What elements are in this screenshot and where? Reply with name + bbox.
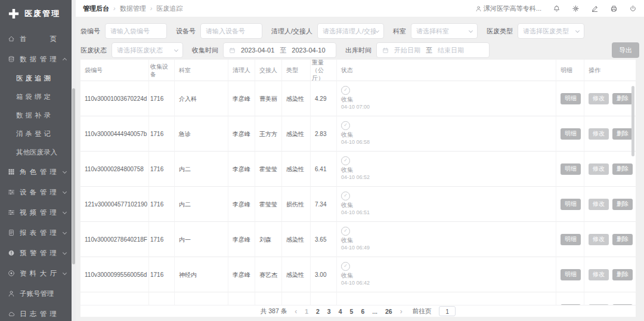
settings-icon[interactable]: [572, 5, 580, 13]
printer-icon[interactable]: [610, 5, 618, 13]
detail-button[interactable]: 明细: [561, 199, 581, 210]
page-button-5[interactable]: 5: [350, 308, 354, 315]
sidebar-item-data-hall[interactable]: 资料大厅: [0, 263, 72, 283]
current-user[interactable]: 漯河医学高等专科...: [475, 4, 541, 13]
cell-type: 损伤性: [282, 187, 311, 222]
sidebar-item-disinfect-register[interactable]: 消杀登记: [0, 125, 72, 143]
detail-button[interactable]: 明细: [561, 234, 581, 245]
cell-dept: 内二: [175, 152, 228, 187]
edit-button[interactable]: 修改: [589, 199, 609, 210]
sidebar-item-data-management[interactable]: 数据管理: [0, 49, 72, 69]
column-header: 类型: [282, 60, 311, 81]
sidebar-item-role-management[interactable]: 角色管理: [0, 162, 72, 182]
sidebar-item-waste-tracing[interactable]: 医废追溯: [0, 69, 72, 88]
delete-button[interactable]: 删除: [612, 199, 633, 210]
page-button-4[interactable]: 4: [339, 308, 342, 315]
page-jump-input[interactable]: [439, 306, 456, 316]
cell-handover: 刘森: [255, 222, 282, 257]
waste-type-select[interactable]: 请选择医废类型: [518, 23, 584, 39]
sidebar-item-other-waste-entry[interactable]: 其他医废录入: [0, 143, 72, 162]
page-button-26[interactable]: 26: [385, 308, 392, 315]
sidebar-item-subaccount-management[interactable]: 子账号管理: [0, 283, 72, 304]
outbound-time-range-picker[interactable]: 开始日期 至 结束日期: [376, 42, 490, 58]
edit-button[interactable]: 修改: [589, 93, 609, 104]
sidebar-item-label: 首页: [20, 35, 57, 44]
sidebar-item-device-management[interactable]: 设备管理: [0, 182, 72, 202]
bag-no-input[interactable]: [105, 23, 167, 39]
dept-select[interactable]: 请选择科室: [411, 23, 478, 39]
sidebar-item-label: 子账号管理: [20, 289, 54, 298]
column-header: 状态: [337, 60, 556, 81]
sidebar-item-log-management[interactable]: 日志管理: [0, 304, 72, 321]
notifications-icon[interactable]: [553, 5, 561, 13]
edit-button[interactable]: 修改: [589, 128, 609, 140]
delete-button[interactable]: 删除: [612, 269, 633, 280]
cell-device: 1716: [149, 116, 175, 152]
edit-icon[interactable]: [591, 5, 599, 13]
database-icon: [8, 55, 15, 63]
table-header-row: 袋编号 收集设备 科室 清理人 交接人 类型 重量（公斤） 状态 明细 操作: [80, 60, 636, 81]
delete-button[interactable]: 删除: [612, 234, 633, 245]
detail-button[interactable]: 明细: [561, 163, 581, 175]
cell-detail: 明细: [556, 222, 584, 257]
page-button-1[interactable]: 1: [305, 308, 308, 315]
export-button[interactable]: 导出: [612, 42, 639, 58]
sidebar-item-video-management[interactable]: 视频管理: [0, 202, 72, 223]
edit-button[interactable]: 修改: [589, 163, 609, 175]
filter-row-1: 袋编号 设备号 清理人/交接人 请选择清理人/交接人 科室 请选择科室 医废类型…: [80, 23, 639, 39]
home-icon: [8, 35, 15, 42]
user-area: 漯河医学高等专科...: [475, 4, 637, 13]
sidebar: 医废管理 首页 数据管理 医废追溯 箱袋绑定 数据补录 消杀登记 其他医废录入 …: [0, 0, 72, 321]
page-ellipsis[interactable]: ...: [372, 308, 377, 315]
main-area: 管理后台 数据管理 医废追踪 漯河医学高等专科... 袋编号 设备号 清理人/交…: [76, 0, 644, 321]
range-separator: 至: [280, 46, 286, 55]
edit-button[interactable]: 修改: [589, 269, 609, 280]
filter-row-2: 医废状态 请选择医废状态 收集时间 2023-04-01 至 2023-04-1…: [80, 42, 639, 58]
cell-ops: 修改 删除: [584, 187, 636, 222]
detail-button[interactable]: 明细: [561, 93, 581, 104]
breadcrumb: 管理后台 数据管理 医废追踪: [83, 4, 182, 13]
detail-button[interactable]: 明细: [561, 269, 581, 280]
waste-type-select-placeholder: 请选择医废类型: [523, 27, 576, 36]
detail-button[interactable]: 明细: [561, 128, 581, 140]
check-circle-icon: [341, 156, 350, 165]
delete-button[interactable]: 删除: [612, 128, 633, 140]
table-scrollbar-thumb[interactable]: [631, 86, 634, 156]
breadcrumb-item-admin[interactable]: 管理后台: [83, 4, 109, 13]
sidebar-item-home[interactable]: 首页: [0, 29, 72, 49]
device-no-input[interactable]: [200, 23, 262, 39]
page-button-6[interactable]: 6: [361, 308, 364, 315]
cell-handover: 霍莹莹: [255, 187, 282, 222]
sidebar-scrollbar[interactable]: [72, 0, 76, 321]
sidebar-item-box-bag-binding[interactable]: 箱袋绑定: [0, 88, 72, 106]
breadcrumb-item-data-management[interactable]: 数据管理: [120, 4, 146, 13]
collect-time-range-picker[interactable]: 2023-04-01 至 2023-04-10: [223, 42, 336, 58]
app-logo-icon: [8, 8, 20, 20]
collect-time-label: 收集时间: [192, 46, 218, 55]
sidebar-item-report-management[interactable]: 报表管理: [0, 223, 72, 243]
sidebar-scrollbar-thumb[interactable]: [72, 88, 75, 264]
prev-page-button[interactable]: [295, 308, 297, 315]
handler-select[interactable]: 请选择清理人/交接人: [317, 23, 384, 39]
table-row: 110v30000444940057b 1716 急诊 李彦峰 王方方 感染性 …: [80, 116, 636, 152]
next-page-button[interactable]: [400, 308, 402, 315]
delete-button[interactable]: 删除: [612, 163, 633, 175]
sidebar-item-data-supplement[interactable]: 数据补录: [0, 106, 72, 125]
status-label: 收集: [341, 131, 353, 138]
edit-button[interactable]: 修改: [589, 234, 609, 245]
cell-weight: 6.41: [311, 152, 337, 187]
waste-status-select[interactable]: 请选择医废状态: [112, 42, 183, 58]
table-row: 110v30000995560056d 1716 神经内 李彦峰 赛艺杰 感染性…: [80, 257, 636, 292]
check-circle-icon: [341, 121, 350, 130]
cell-status: 收集 04-10 07:00: [337, 81, 556, 116]
logout-icon[interactable]: [629, 5, 637, 13]
cell-weight: 4.29: [311, 81, 337, 116]
sidebar-item-warning-management[interactable]: 预警管理: [0, 243, 72, 263]
waste-status-select-placeholder: 请选择医废状态: [117, 46, 175, 55]
sidebar-item-label: 角色管理: [20, 168, 57, 177]
cell-status: 收集 04-10 06:58: [337, 116, 556, 152]
page-button-2[interactable]: 2: [316, 308, 320, 315]
table-row: 121v300004577102190 1716 内二 李彦峰 霍莹莹 损伤性 …: [80, 187, 636, 222]
delete-button[interactable]: 删除: [612, 93, 633, 104]
page-button-3[interactable]: 3: [327, 308, 331, 315]
